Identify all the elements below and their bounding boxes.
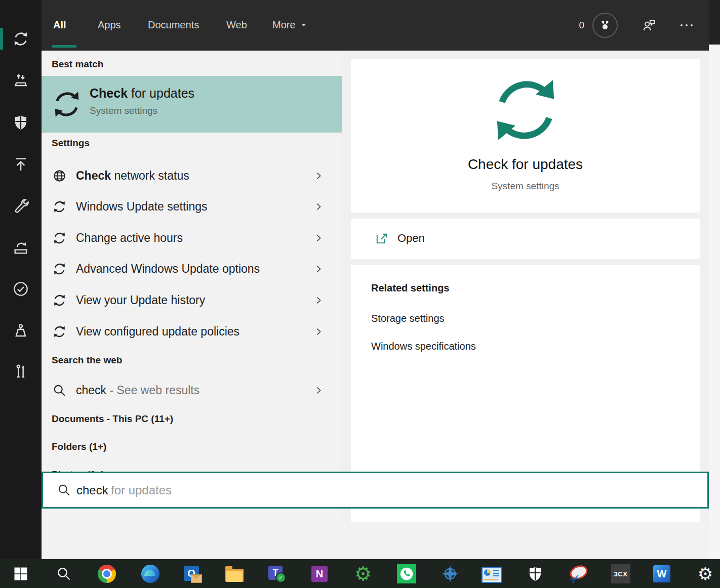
result-windows-update-settings[interactable]: Windows Update settings [42,191,342,222]
search-flyout: All Apps Documents Web More 0 Best match… [42,0,709,559]
tab-more-label: More [272,19,296,30]
taskbar: O T✓ N ⚙ ✂ 3CX W ⚙ [0,559,720,588]
chevron-down-icon [300,22,307,28]
selected-item-accent [0,28,3,50]
result-view-configured-update-policies[interactable]: View configured update policies [42,316,342,347]
link-storage-settings[interactable]: Storage settings [371,313,445,324]
settings-gear-icon[interactable]: ⚙ [695,563,716,584]
feedback-icon[interactable] [641,17,657,33]
result-check-network-status[interactable]: Check network status [42,160,342,191]
recovery-icon[interactable] [12,239,29,256]
find-my-device-icon[interactable] [12,322,29,340]
related-settings-header: Related settings [371,282,449,294]
threecx-icon[interactable]: 3CX [610,563,631,584]
sync-icon [53,262,66,276]
delivery-optimization-icon[interactable] [12,72,29,89]
preview-panel: Check for updates System settings Open R… [342,51,709,522]
chevron-right-icon [314,233,324,243]
open-action-row[interactable]: Open [351,219,700,259]
windows-security-shield-icon[interactable] [12,114,29,131]
tab-all[interactable]: All [53,19,66,31]
chevron-right-icon [314,171,324,181]
rewards-count: 0 [579,20,584,31]
rewards-medal-icon[interactable] [592,13,618,38]
search-icon [57,483,71,497]
defender-shield-icon[interactable] [525,563,546,584]
settings-section-header: Settings [52,138,90,149]
chevron-right-icon [314,202,324,212]
sync-icon [52,89,82,119]
system-info-icon[interactable] [481,563,502,584]
screen: All Apps Documents Web More 0 Best match… [0,0,720,588]
preview-card: Check for updates System settings [351,59,700,213]
search-results-panel: Best match Check for updates System sett… [42,51,342,522]
active-tab-underline [52,45,76,48]
search-the-web-header: Search the web [52,355,122,366]
for-developers-icon[interactable] [12,363,29,380]
tab-web[interactable]: Web [226,19,247,31]
sync-icon [53,325,66,339]
snipping-tool-icon[interactable]: ✂ [567,563,588,584]
compass-app-icon[interactable] [439,563,461,584]
sync-icon [53,293,66,307]
search-typed-text: check [76,483,108,497]
chrome-icon[interactable] [96,563,117,584]
more-options-icon[interactable] [681,24,693,26]
backup-upload-icon[interactable] [12,156,29,173]
best-match-title: Check for updates [90,86,194,101]
open-label: Open [397,232,425,245]
chevron-right-icon [314,386,324,395]
best-match-result[interactable]: Check for updates System settings [42,76,342,133]
outlook-icon[interactable]: O [182,563,204,584]
search-suggestion-text: for updates [111,483,172,497]
background-window-strip [709,0,720,559]
best-match-subtitle: System settings [90,105,194,116]
software-center-icon[interactable]: ⚙ [352,563,374,584]
search-filter-bar: All Apps Documents Web More 0 [42,0,709,51]
tab-apps[interactable]: Apps [98,19,121,31]
best-match-header: Best match [52,59,103,70]
chevron-right-icon [314,264,324,274]
chevron-right-icon [314,327,324,337]
result-web-search[interactable]: check - See web results [42,375,342,406]
result-change-active-hours[interactable]: Change active hours [42,223,342,254]
result-view-your-update-history[interactable]: View your Update history [42,285,342,316]
whatsapp-icon[interactable] [396,563,417,584]
result-advanced-windows-update-options[interactable]: Advanced Windows Update options [42,254,342,284]
file-explorer-icon[interactable] [224,563,245,584]
sync-icon [53,200,66,214]
category-folders[interactable]: Folders (1+) [52,441,106,452]
search-input[interactable]: check for updates [42,472,709,509]
activation-check-icon[interactable] [12,280,29,298]
sync-icon-large [489,73,562,147]
chevron-right-icon [314,296,324,305]
tab-more[interactable]: More [272,19,307,31]
tab-documents[interactable]: Documents [148,19,199,31]
taskbar-search-icon[interactable] [53,563,74,584]
word-icon[interactable]: W [651,563,672,584]
windows-update-sync-icon[interactable] [12,30,29,48]
open-external-icon [375,232,388,245]
preview-subtitle: System settings [351,181,700,192]
preview-title: Check for updates [351,156,700,173]
edge-icon[interactable] [140,563,161,584]
globe-icon [53,169,66,183]
troubleshoot-wrench-icon[interactable] [12,197,29,215]
settings-sidebar [0,0,42,559]
category-documents-this-pc[interactable]: Documents - This PC (11+) [52,413,173,425]
search-icon [53,384,66,397]
link-windows-specifications[interactable]: Windows specifications [371,341,476,352]
start-button[interactable] [10,563,31,584]
sync-icon [53,231,66,245]
teams-icon[interactable]: T✓ [266,563,288,584]
onenote-icon[interactable]: N [309,563,330,584]
